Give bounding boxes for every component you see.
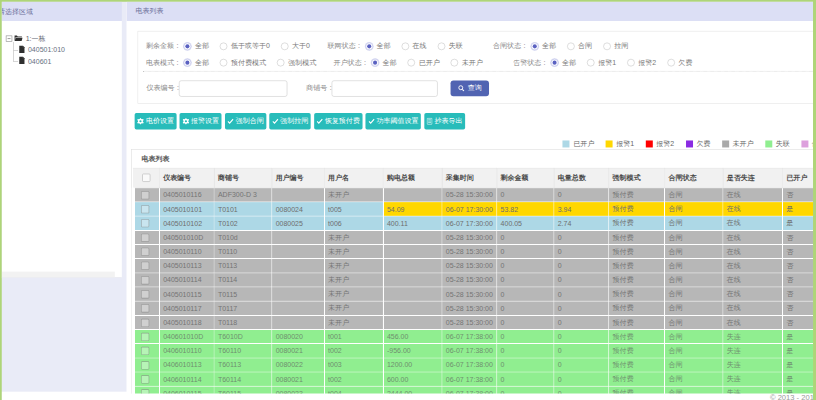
table-row: 0405010102T01020080025t006400.1106-07 17… [133,216,813,230]
row-checkbox[interactable] [141,191,149,199]
search-icon [458,85,464,91]
select-all-checkbox[interactable] [142,174,150,182]
radio-option[interactable]: 全部 [184,58,209,68]
radio-option[interactable]: 报警1 [587,58,616,68]
row-checkbox[interactable] [141,361,149,369]
action-button-1[interactable]: 电价设置 [135,113,177,129]
row-checkbox[interactable] [141,262,149,270]
radio-icon[interactable] [627,59,635,67]
radio-option[interactable]: 全部 [365,41,390,51]
radio-option[interactable]: 欠费 [667,58,692,68]
column-header: 用户编号 [272,168,324,188]
cell: 合闸 [665,216,723,230]
filter-group-label: 开户状态： [334,58,369,68]
radio-option[interactable]: 失联 [438,41,463,51]
tree-node-root[interactable]: 1:一栋 [6,33,122,44]
radio-option[interactable]: 报警2 [627,58,656,68]
radio-option-label: 失联 [449,41,463,51]
check-icon [272,118,278,124]
radio-icon[interactable] [603,43,611,51]
row-checkbox[interactable] [141,219,149,227]
action-button-2[interactable]: 报警设置 [180,113,222,129]
tree-node-leaf[interactable]: 040501:010 [13,44,121,55]
radio-selected-icon[interactable] [531,43,539,51]
radio-option[interactable]: 预付费模式 [220,58,266,68]
cell: 06-07 17:38:00 [442,330,497,344]
radio-icon[interactable] [401,43,409,51]
radio-icon[interactable] [451,59,459,67]
radio-option[interactable]: 全部 [551,58,576,68]
radio-option[interactable]: 全部 [531,41,556,51]
action-button-7[interactable]: 抄表导出 [424,113,465,129]
cell: 在线 [723,216,782,230]
tree-node-label[interactable]: 040501:010 [28,46,65,54]
shop-no-input[interactable] [332,80,438,97]
radio-icon[interactable] [220,59,228,67]
collapse-icon[interactable] [6,36,12,42]
radio-selected-icon[interactable] [365,43,373,51]
action-button-5[interactable]: 恢复预付费 [314,113,362,129]
column-header: 采集时间 [442,168,497,188]
radio-icon[interactable] [587,59,595,67]
legend-swatch [646,140,653,147]
radio-option[interactable]: 拉闸 [603,41,628,51]
row-checkbox[interactable] [141,248,149,256]
row-checkbox[interactable] [141,390,149,394]
column-header: 强制模式 [609,168,665,188]
cell: 0 [554,372,609,386]
tree-node-label[interactable]: 1:一栋 [26,34,46,44]
tree-node-label[interactable]: 040601 [28,57,51,65]
radio-option[interactable]: 低于或等于0 [220,41,270,51]
row-checkbox[interactable] [141,304,149,312]
cell: 合闸 [665,188,723,202]
row-checkbox[interactable] [141,347,149,355]
column-header: 用户名 [324,168,383,188]
radio-option[interactable]: 未开户 [451,58,483,68]
action-button-4[interactable]: 强制拉闸 [270,113,311,129]
cell: 0 [497,273,554,287]
row-checkbox[interactable] [141,375,149,383]
query-button[interactable]: 查询 [451,81,489,97]
radio-option[interactable]: 全部 [372,58,397,68]
sidebar: 请选择区域 1:一栋 040501:010040601 [2,2,122,392]
folder-icon [14,34,23,43]
cell: 合闸 [665,287,723,301]
radio-option[interactable]: 大于0 [281,41,310,51]
row-select-cell [133,244,159,258]
radio-selected-icon[interactable] [372,59,380,67]
radio-option[interactable]: 强制模式 [277,58,316,68]
radio-icon[interactable] [277,59,285,67]
cell [272,287,324,301]
radio-icon[interactable] [281,43,289,51]
cell: 合闸 [665,315,723,329]
row-checkbox[interactable] [141,319,149,327]
radio-selected-icon[interactable] [184,59,192,67]
tree-scrollbar-track[interactable] [2,272,115,278]
radio-option[interactable]: 全部 [184,41,209,51]
radio-icon[interactable] [667,59,675,67]
cell: T0102 [214,216,272,230]
radio-option[interactable]: 已开户 [408,58,440,68]
cell: 是 [782,372,812,386]
action-button-6[interactable]: 功率阈值设置 [366,113,421,129]
radio-selected-icon[interactable] [184,43,192,51]
row-checkbox[interactable] [141,276,149,284]
cell: 54.09 [383,202,442,216]
radio-selected-icon[interactable] [551,59,559,67]
action-button-3[interactable]: 强制合闸 [225,113,266,129]
filter-group: 联网状态：全部在线失联 [327,41,470,51]
radio-option[interactable]: 合闸 [567,41,592,51]
row-checkbox[interactable] [141,233,149,241]
row-checkbox[interactable] [141,205,149,213]
radio-icon[interactable] [567,43,575,51]
radio-icon[interactable] [408,59,416,67]
row-checkbox[interactable] [141,333,149,341]
radio-icon[interactable] [438,43,446,51]
cell: 合闸 [665,244,723,258]
radio-option[interactable]: 在线 [401,41,426,51]
radio-icon[interactable] [220,43,228,51]
cell: 失连 [723,358,782,372]
meter-no-input[interactable] [179,80,287,97]
row-checkbox[interactable] [141,290,149,298]
tree-node-leaf[interactable]: 040601 [13,56,121,67]
